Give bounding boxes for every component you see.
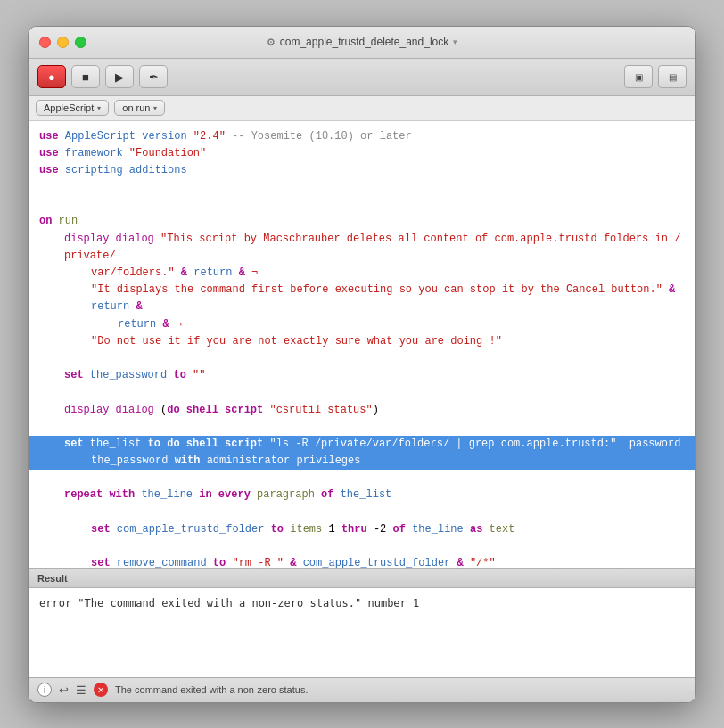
run-button[interactable]: ▶ [105,65,134,88]
back-arrow-icon[interactable]: ↩ [59,683,69,697]
compile-button[interactable]: ✒ [139,65,168,88]
code-line-10: set the_password to "" [29,367,695,384]
code-line-15: set com_apple_trustd_folder to items 1 t… [29,521,695,538]
event-selector[interactable]: on run ▾ [114,100,165,116]
traffic-lights [39,37,86,48]
code-line-blank-7 [29,504,695,521]
view-list-button[interactable]: ▤ [658,65,687,88]
result-error-text: error "The command exited with a non-zer… [39,597,419,609]
code-line-11: display dialog (do shell script "csrutil… [29,402,695,419]
error-icon[interactable]: ✕ [94,683,108,697]
code-line-blank-8 [29,538,695,555]
result-divider: Result [29,568,695,588]
minimize-button[interactable] [57,37,69,48]
main-window: ⚙ com_apple_trustd_delete_and_lock ▾ ● ■… [28,26,696,703]
script-icon: ⚙ [267,37,276,48]
code-line-blank-4 [29,384,695,401]
code-line-9: "Do not use it if you are not exactly su… [29,333,695,350]
record-button[interactable]: ● [37,65,66,88]
result-label: Result [37,573,68,584]
list-icon[interactable]: ☰ [76,683,86,697]
code-line-blank-2 [29,196,695,213]
maximize-button[interactable] [75,37,86,48]
close-button[interactable] [39,37,51,48]
code-line-blank-3 [29,350,695,367]
code-line-2: use framework "Foundation" [29,145,695,162]
code-line-6: var/folders." & return & ¬ [29,265,695,282]
code-line-8: return & ¬ [29,316,695,333]
code-scroll[interactable]: use AppleScript version "2.4" -- Yosemit… [29,121,695,568]
code-line-1: use AppleScript version "2.4" -- Yosemit… [29,128,695,145]
event-label: on run [122,102,150,113]
language-chevron-icon: ▾ [97,104,101,112]
code-line-3: use scripting additions [29,162,695,179]
title-chevron-icon[interactable]: ▾ [453,37,457,46]
code-line-blank-5 [29,419,695,436]
code-line-13: the_password with administrator privileg… [29,453,695,470]
code-line-blank-6 [29,470,695,487]
code-line-12: set the_list to do shell script "ls -R /… [29,436,695,453]
language-label: AppleScript [44,102,94,113]
event-chevron-icon: ▾ [153,104,157,112]
code-line-14: repeat with the_line in every paragraph … [29,487,695,503]
code-line-4: on run [29,213,695,230]
stop-button[interactable]: ■ [71,65,100,88]
status-message: The command exited with a non-zero statu… [115,684,308,695]
status-bar: i ↩ ☰ ✕ The command exited with a non-ze… [29,677,695,702]
language-selector[interactable]: AppleScript ▾ [36,100,109,116]
window-title: com_apple_trustd_delete_and_lock [280,36,448,48]
code-line-7: "It displays the command first before ex… [29,282,695,315]
code-area[interactable]: use AppleScript version "2.4" -- Yosemit… [29,121,695,677]
code-line-blank-1 [29,179,695,196]
code-line-5: display dialog "This script by Macschrau… [29,231,695,265]
result-area: error "The command exited with a non-zer… [29,588,695,677]
code-line-16: set remove_command to "rm -R " & com_app… [29,555,695,568]
info-icon[interactable]: i [37,683,52,697]
titlebar-center: ⚙ com_apple_trustd_delete_and_lock ▾ [267,36,457,48]
titlebar: ⚙ com_apple_trustd_delete_and_lock ▾ [29,27,695,59]
selector-bar: AppleScript ▾ on run ▾ [29,96,695,121]
view-split-button[interactable]: ▣ [624,65,653,88]
toolbar: ● ■ ▶ ✒ ▣ ▤ [29,59,695,96]
